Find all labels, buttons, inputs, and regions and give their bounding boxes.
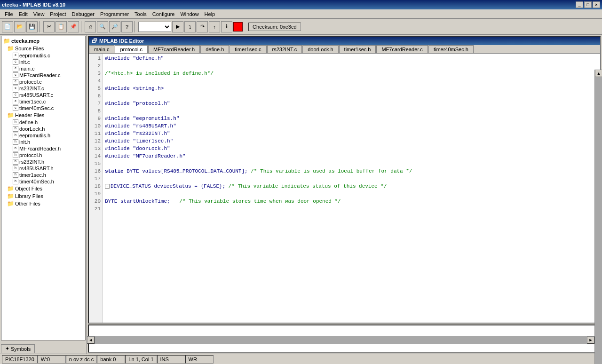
paste-button[interactable]: 📌 bbox=[68, 21, 79, 32]
help-button[interactable]: ? bbox=[121, 21, 133, 32]
source-files-label: Source Files bbox=[15, 46, 44, 51]
tab-protocol-c[interactable]: protocol.c bbox=[115, 45, 148, 54]
library-files-folder-icon: 📁 bbox=[7, 193, 14, 199]
symbols-tab-button[interactable]: ✦ Symbols bbox=[1, 344, 35, 353]
file-icon-rs485usart-h: h bbox=[13, 166, 18, 171]
project-root[interactable]: 📁 ctecka.mcp bbox=[2, 37, 84, 45]
menu-programmer[interactable]: Programmer bbox=[97, 10, 132, 18]
code-line-14: #include "MF7cardReader.h" bbox=[105, 152, 598, 160]
file-icon-init-h: h bbox=[13, 139, 18, 145]
scroll-up-arrow[interactable]: ▲ bbox=[595, 70, 602, 77]
close-button[interactable]: × bbox=[593, 1, 600, 8]
tree-file-timer40msec-c[interactable]: c timer40mSec.c bbox=[2, 105, 84, 111]
code-line-11: #include "rs232INT.h" bbox=[105, 130, 598, 137]
copy-button[interactable]: 📋 bbox=[55, 21, 67, 32]
tab-timer40msec-h[interactable]: timer40mSec.h bbox=[428, 45, 474, 53]
code-editor[interactable]: #include "define.h" /*<htc.h> is include… bbox=[103, 54, 600, 323]
scroll-right-arrow[interactable]: ► bbox=[587, 336, 594, 344]
menu-window[interactable]: Window bbox=[177, 10, 201, 18]
search2-button[interactable]: 🔎 bbox=[109, 21, 120, 32]
tree-file-eepromutils-h[interactable]: h eepromutils.h bbox=[2, 132, 84, 139]
tree-file-protocol-c[interactable]: c protocol.c bbox=[2, 79, 84, 85]
menu-file[interactable]: File bbox=[2, 10, 16, 18]
search-button[interactable]: 🔍 bbox=[97, 21, 108, 32]
tree-file-protocol-h[interactable]: h protocol.h bbox=[2, 152, 84, 158]
maximize-button[interactable]: □ bbox=[584, 1, 592, 8]
code-line-5: #include <string.h> bbox=[105, 85, 598, 92]
tree-file-mf7cardreader-h[interactable]: h MF7cardReader.h bbox=[2, 145, 84, 152]
tree-file-doorlock-h[interactable]: h doorLock.h bbox=[2, 126, 84, 132]
run-button[interactable]: ▶ bbox=[172, 21, 183, 32]
tree-file-init-c[interactable]: c init.c bbox=[2, 59, 84, 65]
tree-file-init-h[interactable]: h init.h bbox=[2, 139, 84, 145]
tab-timer1sec-c[interactable]: timer1sec.c bbox=[230, 45, 266, 53]
status-wr: WR bbox=[185, 355, 214, 364]
menu-help[interactable]: Help bbox=[202, 10, 218, 18]
header-files-folder-icon: 📁 bbox=[7, 112, 14, 119]
step-button[interactable]: ⤵ bbox=[184, 21, 196, 32]
stop-button[interactable] bbox=[233, 22, 243, 32]
print-button[interactable]: 🖨 bbox=[85, 21, 96, 32]
menu-debugger[interactable]: Debugger bbox=[69, 10, 97, 18]
code-line-13: #include "doorLock.h" bbox=[105, 145, 598, 152]
code-container[interactable]: 12345 678910 1112131415 1617181920 21 #i… bbox=[89, 54, 600, 323]
tree-group-library[interactable]: 📁 Library Files bbox=[2, 192, 84, 200]
vertical-scrollbar[interactable]: ▲ ▼ bbox=[594, 70, 602, 364]
tree-file-eepromutils-c[interactable]: c eepromutils.c bbox=[2, 52, 84, 59]
code-line-17 bbox=[105, 175, 598, 182]
open-file-button[interactable]: 📂 bbox=[14, 21, 25, 32]
titlebar-controls[interactable]: _ □ × bbox=[576, 1, 600, 8]
tree-file-rs232int-h[interactable]: h rs232INT.h bbox=[2, 158, 84, 165]
cut-button[interactable]: ✂ bbox=[43, 21, 55, 32]
tree-file-main-c[interactable]: c main.c bbox=[2, 65, 84, 72]
tab-timer1sec-h[interactable]: timer1sec.h bbox=[339, 45, 376, 53]
save-file-button[interactable]: 💾 bbox=[26, 21, 38, 32]
scroll-left-arrow[interactable]: ◄ bbox=[87, 336, 95, 344]
tree-file-timer1sec-c[interactable]: c timer1sec.c bbox=[2, 98, 84, 105]
menubar: File Edit View Project Debugger Programm… bbox=[0, 9, 602, 19]
tree-group-source[interactable]: 📁 Source Files bbox=[2, 45, 84, 52]
tab-mf7cardreader-c[interactable]: MF7cardReader.c bbox=[376, 45, 428, 53]
tree-file-rs485usart-c[interactable]: c rs485USART.c bbox=[2, 92, 84, 98]
symbols-icon: ✦ bbox=[5, 346, 9, 352]
project-tree[interactable]: 📁 ctecka.mcp 📁 Source Files c eepromutil… bbox=[1, 36, 86, 340]
new-file-button[interactable]: 📄 bbox=[2, 21, 13, 32]
tree-group-header[interactable]: 📁 Header Files bbox=[2, 111, 84, 119]
collapse-btn-18[interactable]: - bbox=[105, 184, 110, 189]
tab-doorlock-h[interactable]: doorLock.h bbox=[302, 45, 338, 53]
h-scroll-track[interactable] bbox=[95, 336, 587, 344]
tab-rs232int-c[interactable]: rs232INT.c bbox=[267, 45, 302, 53]
minimize-button[interactable]: _ bbox=[576, 1, 583, 8]
tab-main-c[interactable]: main.c bbox=[89, 45, 114, 53]
menu-tools[interactable]: Tools bbox=[132, 10, 150, 18]
menu-configure[interactable]: Configure bbox=[150, 10, 178, 18]
file-icon-protocol-h: h bbox=[13, 152, 18, 158]
menu-view[interactable]: View bbox=[31, 10, 48, 18]
menu-edit[interactable]: Edit bbox=[16, 10, 31, 18]
tree-group-object[interactable]: 📁 Object Files bbox=[2, 185, 84, 192]
tree-group-other[interactable]: 📁 Other Files bbox=[2, 200, 84, 207]
tab-define-h[interactable]: define.h bbox=[200, 45, 229, 53]
tree-file-define-h[interactable]: h define.h bbox=[2, 119, 84, 126]
code-line-10: #include "rs485USART.h" bbox=[105, 122, 598, 130]
scroll-track[interactable] bbox=[595, 77, 602, 364]
code-line-2 bbox=[105, 62, 598, 70]
tree-file-timer1sec-h[interactable]: h timer1sec.h bbox=[2, 172, 84, 178]
toolbar-sep-1 bbox=[40, 21, 41, 32]
tree-file-timer40msec-h[interactable]: h timer40mSec.h bbox=[2, 178, 84, 185]
toolbar-dropdown[interactable] bbox=[138, 22, 171, 32]
tab-mf7cardreader-h[interactable]: MF7cardReader.h bbox=[148, 45, 200, 53]
tree-file-rs485usart-h[interactable]: h rs485USART.h bbox=[2, 165, 84, 172]
step-over-button[interactable]: ↷ bbox=[197, 21, 208, 32]
code-line-9: #include "eepromutils.h" bbox=[105, 115, 598, 122]
tree-file-mf7cardreader-c[interactable]: c MF7cardReader.c bbox=[2, 72, 84, 79]
step-out-button[interactable]: ↑ bbox=[209, 21, 220, 32]
symbols-tab-bar: ✦ Symbols bbox=[0, 341, 87, 354]
tree-file-rs232int-c[interactable]: c rs232INT.c bbox=[2, 85, 84, 92]
editor-tabs: main.c protocol.c MF7cardReader.h define… bbox=[89, 45, 600, 54]
menu-project[interactable]: Project bbox=[47, 10, 69, 18]
right-panel: 🗗 MPLAB IDE Editor main.c protocol.c MF7… bbox=[87, 35, 602, 354]
toolbar-sep-3 bbox=[135, 21, 136, 32]
info-button[interactable]: ℹ bbox=[221, 21, 232, 32]
horizontal-scrollbar[interactable]: ◄ ► bbox=[87, 336, 594, 343]
